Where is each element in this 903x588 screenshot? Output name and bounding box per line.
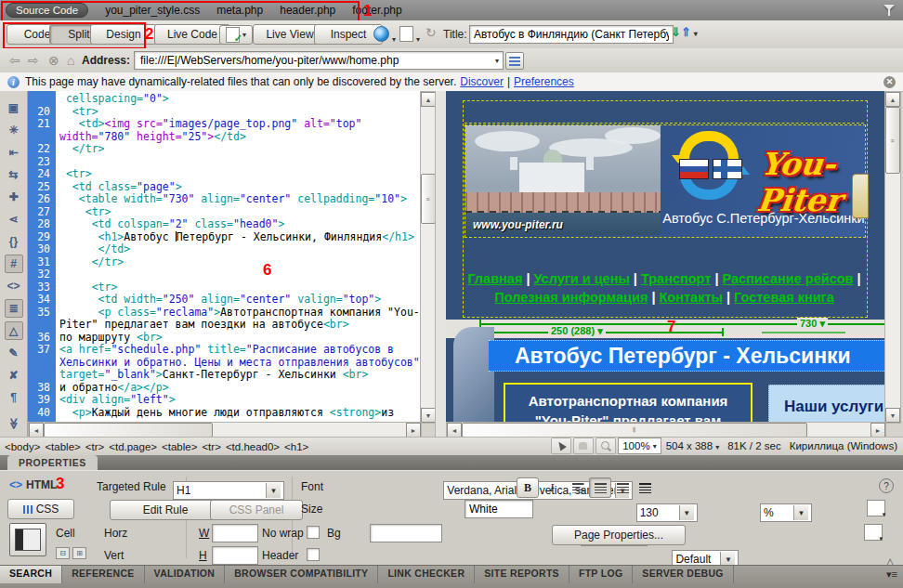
design-hscroll-thumb[interactable]: ⦀ bbox=[462, 423, 807, 438]
expand-all-icon[interactable]: ✚ bbox=[5, 188, 23, 206]
scroll-up-icon[interactable]: ▲ bbox=[421, 92, 436, 107]
info-bar-icon[interactable]: △ bbox=[5, 321, 23, 340]
collapse-selection-icon[interactable]: ⇆ bbox=[5, 165, 23, 184]
html-mode-button[interactable]: <>HTML bbox=[9, 478, 57, 491]
code-line[interactable]: cellspacing="0"> bbox=[28, 93, 420, 106]
stop-icon[interactable]: ⊗ bbox=[48, 53, 59, 68]
code-line[interactable]: 27 <tr> bbox=[28, 206, 420, 219]
help-icon[interactable]: ? bbox=[879, 478, 894, 493]
code-line[interactable]: 26 <table width="730" align="center" cel… bbox=[28, 193, 420, 206]
code-scroll-thumb[interactable]: ≡ bbox=[421, 174, 436, 224]
design-view[interactable]: www.you-piter.ru You-Piter Автобус С.Пет… bbox=[446, 91, 884, 422]
code-line[interactable]: 20 <tr> bbox=[28, 106, 420, 119]
put-file-icon[interactable]: ⇑ bbox=[681, 25, 691, 39]
line-numbers-icon[interactable]: # bbox=[5, 255, 23, 273]
cell-height-input[interactable] bbox=[212, 546, 258, 565]
edit-rule-button[interactable]: Edit Rule bbox=[110, 500, 221, 520]
address-field[interactable]: ▾ bbox=[134, 51, 504, 70]
design-vertical-scrollbar[interactable]: ▲ ≡ ▼ bbox=[884, 91, 901, 424]
file-transfer-icons[interactable]: ⇓⇑▾ bbox=[671, 25, 698, 39]
results-tab-browser-compatibility[interactable]: BROWSER COMPATIBILITY bbox=[225, 566, 378, 583]
get-file-icon[interactable]: ⇓ bbox=[671, 25, 681, 39]
code-navigator-icon[interactable]: ✳ bbox=[5, 121, 23, 139]
results-tab-search[interactable]: SEARCH bbox=[0, 566, 62, 583]
site-banner[interactable]: www.you-piter.ru You-Piter Автобус С.Пет… bbox=[465, 124, 866, 238]
services-box[interactable]: Наши услуги bbox=[768, 385, 884, 422]
open-documents-icon[interactable]: ▣ bbox=[5, 98, 23, 117]
related-file-tab[interactable]: footer.php bbox=[352, 4, 401, 17]
address-dropdown-icon[interactable]: ▾ bbox=[495, 57, 499, 65]
code-line[interactable]: 40 <p>Каждый день многие люди отправляют… bbox=[28, 407, 420, 420]
site-menu-link[interactable]: Главная bbox=[467, 271, 522, 286]
css-mode-button[interactable]: CSS bbox=[7, 499, 74, 519]
tag-selector-item[interactable]: <td.head0> bbox=[226, 441, 280, 452]
format-source-code-icon[interactable]: ¶ bbox=[5, 388, 23, 407]
code-line[interactable]: 28 <td colspan="2" class="head0"> bbox=[28, 218, 420, 231]
scroll-down-icon[interactable]: ▼ bbox=[885, 408, 900, 423]
page-properties-button[interactable]: Page Properties... bbox=[552, 525, 686, 545]
size-unit-select[interactable]: %▼ bbox=[760, 503, 812, 522]
code-line[interactable]: 35 <p class="reclama">Автотранспортная к… bbox=[28, 307, 420, 332]
scroll-left-icon[interactable]: ◄ bbox=[447, 423, 462, 438]
reclama-box[interactable]: Автотранспортная компания "You-Piter" пр… bbox=[504, 383, 752, 422]
code-line[interactable]: 24 <tr> bbox=[28, 168, 420, 181]
size-select[interactable]: 130▼ bbox=[636, 503, 698, 522]
header-checkbox[interactable] bbox=[307, 548, 320, 561]
align-left-button[interactable] bbox=[567, 477, 589, 498]
window-size-select[interactable]: 504 x 388▾ bbox=[666, 440, 720, 451]
targeted-rule-select[interactable]: H1▼ bbox=[173, 481, 284, 500]
code-line[interactable]: 36по маршруту <br> bbox=[28, 332, 420, 345]
bg-color-input[interactable] bbox=[370, 524, 442, 542]
highlight-invalid-code-icon[interactable]: <> bbox=[5, 277, 23, 295]
preferences-link[interactable]: Preferences bbox=[514, 75, 574, 88]
code-editor[interactable]: cellspacing="0">20 <tr>21 <td><img src="… bbox=[28, 93, 420, 419]
word-wrap-icon[interactable]: ≣ bbox=[5, 299, 23, 318]
scroll-up-icon[interactable]: ▲ bbox=[885, 92, 900, 107]
scroll-left-icon[interactable]: ◄ bbox=[29, 423, 44, 438]
apply-comment-icon[interactable]: ✎ bbox=[5, 344, 23, 362]
code-line[interactable]: 30 </td> bbox=[28, 243, 420, 256]
code-line[interactable]: 31 </tr> bbox=[28, 256, 420, 269]
discover-link[interactable]: Discover bbox=[460, 75, 504, 88]
tag-selector-item[interactable]: <table> bbox=[45, 441, 80, 452]
design-scroll-thumb[interactable]: ≡ bbox=[885, 107, 900, 174]
forward-icon[interactable]: ⇨ bbox=[28, 53, 39, 68]
tag-selector-item[interactable]: <body> bbox=[5, 441, 40, 452]
tag-selector-item[interactable]: <tr> bbox=[85, 441, 104, 452]
align-justify-button[interactable] bbox=[634, 477, 656, 498]
address-input[interactable] bbox=[138, 54, 492, 67]
align-center-button[interactable] bbox=[589, 477, 611, 498]
tag-selector-item[interactable]: <tr> bbox=[202, 441, 220, 452]
site-menu-link[interactable]: Транспорт bbox=[641, 271, 711, 286]
properties-panel-tab[interactable]: PROPERTIES bbox=[7, 455, 98, 470]
back-icon[interactable]: ⇦ bbox=[9, 53, 20, 68]
column-width-250-menu[interactable]: 250 (288) ▾ bbox=[548, 325, 606, 337]
inspect-button[interactable]: Inspect bbox=[314, 24, 383, 45]
view-options-icon[interactable] bbox=[505, 52, 524, 70]
select-tool-icon[interactable] bbox=[551, 438, 571, 454]
bg-color-swatch[interactable] bbox=[864, 524, 883, 541]
panel-menu-icon[interactable]: ▾≡ bbox=[886, 568, 897, 581]
italic-button[interactable]: I bbox=[541, 477, 563, 498]
nowrap-checkbox[interactable] bbox=[307, 526, 320, 539]
tag-selector-item[interactable]: <td.page> bbox=[109, 441, 157, 452]
close-info-bar-icon[interactable]: ✕ bbox=[883, 76, 896, 88]
results-tab-ftp-log[interactable]: FTP LOG bbox=[569, 566, 633, 583]
refresh-icon[interactable]: ↻ bbox=[425, 25, 437, 40]
results-tab-server-debug[interactable]: SERVER DEBUG bbox=[633, 566, 733, 583]
tag-selector-item[interactable]: <table> bbox=[162, 441, 197, 452]
validate-markup-icon[interactable]: ▾ bbox=[399, 26, 420, 45]
filter-icon[interactable] bbox=[883, 4, 896, 17]
results-tab-link-checker[interactable]: LINK CHECKER bbox=[378, 566, 475, 583]
code-line[interactable]: 25 <td class="page"> bbox=[28, 181, 420, 194]
page-heading[interactable]: Автобус Петербург - Хельсинки bbox=[489, 340, 884, 372]
results-tab-validation[interactable]: VALIDATION bbox=[145, 566, 226, 583]
css-panel-button[interactable]: CSS Panel bbox=[210, 500, 303, 520]
align-right-button[interactable] bbox=[611, 477, 634, 498]
code-line[interactable]: 37<a href="schedule.php" title="Расписан… bbox=[28, 344, 420, 382]
merge-cells-icon[interactable]: ⊟ bbox=[56, 547, 70, 559]
text-color-input[interactable] bbox=[465, 500, 533, 518]
tag-selector-item[interactable]: <h1> bbox=[284, 441, 308, 452]
bold-button[interactable]: B bbox=[517, 477, 539, 498]
scroll-down-icon[interactable]: ▼ bbox=[421, 408, 436, 423]
